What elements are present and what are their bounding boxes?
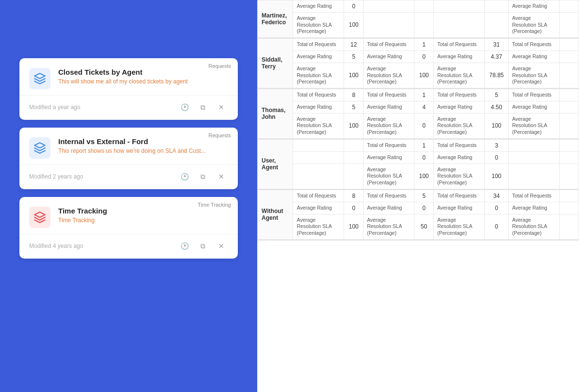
metric-label-3-1-1: Average Rating: [364, 151, 414, 163]
card-title-2: Internal vs External - Ford: [58, 137, 206, 146]
table-row: Average Rating0Average Rating0: [258, 151, 579, 163]
metric-value-2-3-0: [560, 89, 579, 101]
metric-label-2-1-1: Average Rating: [364, 101, 414, 113]
metric-label-4-3-2: Average Resolution SLA (Percentage): [509, 214, 560, 239]
card-title-1: Closed Tickets by Agent: [58, 68, 188, 76]
table-row: Average Resolution SLA (Percentage)100Av…: [258, 163, 579, 189]
metric-label-0-0-0: Average Rating: [293, 0, 344, 13]
metric-value-1-0-1: 5: [344, 50, 364, 63]
metric-value-2-2-2: 100: [484, 113, 508, 138]
metric-label-0-1-1: [364, 13, 414, 38]
close-button-2[interactable]: ✕: [215, 170, 228, 183]
right-panel[interactable]: Martinez, FedericoAverage Rating0Average…: [257, 0, 579, 392]
agent-name-1: Siddall, Terry: [258, 38, 293, 88]
metric-label-3-0-1: [293, 151, 344, 163]
card-description-1: This will show me all of my closed ticke…: [58, 78, 188, 85]
metric-value-0-0-0: 0: [344, 0, 364, 13]
close-button-3[interactable]: ✕: [215, 239, 228, 253]
metric-label-2-3-0: Total of Requests: [509, 89, 560, 101]
metric-label-0-2-1: [433, 13, 484, 38]
metric-label-4-3-1: Average Rating: [509, 202, 560, 214]
metric-value-3-2-2: 100: [484, 163, 508, 189]
metric-label-1-2-0: Total of Requests: [433, 38, 484, 50]
metric-label-4-1-2: Average Resolution SLA (Percentage): [364, 214, 414, 239]
metric-label-1-1-2: Average Resolution SLA (Percentage): [364, 63, 414, 88]
data-table: Martinez, FedericoAverage Rating0Average…: [257, 0, 579, 241]
table-row: User, AgentTotal of Requests1Total of Re…: [258, 139, 579, 151]
card-tag-1: Requests: [209, 63, 231, 69]
clock-button-1[interactable]: 🕐: [178, 100, 191, 114]
metric-value-1-0-2: 100: [344, 63, 364, 88]
metric-label-2-3-1: Average Rating: [509, 101, 560, 113]
metric-value-1-2-1: 4.37: [484, 50, 508, 63]
metric-label-3-1-2: Average Resolution SLA (Percentage): [364, 163, 414, 189]
metric-value-3-3-2: [560, 163, 579, 189]
metric-value-0-3-0: [560, 0, 579, 13]
table-row: Siddall, TerryTotal of Requests12Total o…: [258, 38, 579, 50]
card-icon-2: [29, 137, 50, 159]
metric-label-1-3-0: Total of Requests: [509, 38, 560, 50]
metric-value-3-3-1: [560, 151, 579, 163]
metric-label-3-0-0: [293, 139, 344, 151]
metric-value-3-0-1: [344, 151, 364, 163]
metric-value-4-1-2: 50: [414, 214, 434, 239]
metric-label-0-3-1: Average Resolution SLA (Percentage): [509, 13, 560, 38]
metric-label-0-1-0: [364, 0, 414, 13]
metric-label-1-2-2: Average Resolution SLA (Percentage): [433, 63, 484, 88]
card-icon-1: [29, 68, 50, 89]
metric-value-0-2-0: [484, 0, 508, 13]
metric-label-1-3-2: Average Resolution SLA (Percentage): [509, 63, 560, 88]
metric-value-4-1-1: 0: [414, 202, 434, 214]
metric-label-3-2-2: Average Resolution SLA (Percentage): [433, 163, 484, 189]
metric-label-0-3-0: Average Rating: [509, 0, 560, 13]
table-row: Average Rating5Average Rating4Average Ra…: [258, 101, 579, 113]
close-button-1[interactable]: ✕: [215, 100, 228, 114]
report-card-2[interactable]: Requests Internal vs External - Ford Thi…: [19, 128, 238, 189]
report-card-3[interactable]: Time Tracking Time Tracking Time Trackin…: [19, 197, 238, 259]
table-row: Average Resolution SLA (Percentage)100Av…: [258, 214, 579, 239]
metric-value-0-3-1: [560, 13, 579, 38]
metric-value-4-3-2: [560, 214, 579, 239]
metric-value-1-3-2: [560, 63, 579, 88]
metric-value-3-2-1: 0: [484, 151, 508, 163]
metric-value-1-0-0: 12: [344, 38, 364, 50]
card-modified-1: Modified a year ago: [29, 104, 80, 111]
metric-label-2-0-0: Total of Requests: [293, 89, 344, 101]
table-row: Thomas, JohnTotal of Requests8Total of R…: [258, 89, 579, 101]
metric-value-4-0-0: 8: [344, 190, 364, 202]
card-title-3: Time Tracking: [58, 207, 107, 215]
metric-value-4-2-1: 0: [484, 202, 508, 214]
metric-label-2-0-2: Average Resolution SLA (Percentage): [293, 113, 344, 138]
metric-value-3-1-0: 1: [414, 139, 434, 151]
card-icon-3: [29, 207, 50, 228]
metric-label-2-2-2: Average Resolution SLA (Percentage): [433, 113, 484, 138]
metric-value-1-1-2: 100: [414, 63, 434, 88]
metric-value-4-0-2: 100: [344, 214, 364, 239]
metric-value-1-1-0: 1: [414, 38, 434, 50]
clock-button-3[interactable]: 🕐: [178, 239, 191, 253]
metric-value-2-1-0: 1: [414, 89, 434, 101]
metric-value-2-0-2: 100: [344, 113, 364, 138]
metric-label-0-0-1: Average Resolution SLA (Percentage): [293, 13, 344, 38]
metric-value-0-0-1: 100: [344, 13, 364, 38]
metric-value-3-3-0: [560, 139, 579, 151]
agent-name-3: User, Agent: [258, 139, 293, 189]
table-row: Average Rating5Average Rating0Average Ra…: [258, 50, 579, 63]
agent-name-4: Without Agent: [258, 190, 293, 239]
copy-button-1[interactable]: ⧉: [196, 100, 210, 114]
metric-value-2-3-2: [560, 113, 579, 138]
metric-value-1-1-1: 0: [414, 50, 434, 63]
report-card-1[interactable]: Requests Closed Tickets by Agent This wi…: [19, 58, 238, 120]
metric-value-4-3-1: [560, 202, 579, 214]
copy-button-2[interactable]: ⧉: [196, 170, 210, 183]
table-row: Without AgentTotal of Requests8Total of …: [258, 190, 579, 202]
metric-label-4-1-0: Total of Requests: [364, 190, 414, 202]
metric-label-2-2-0: Total of Requests: [433, 89, 484, 101]
metric-label-2-1-2: Average Resolution SLA (Percentage): [364, 113, 414, 138]
metric-value-0-1-1: [414, 13, 434, 38]
table-row: Average Rating0Average Rating0Average Ra…: [258, 202, 579, 214]
copy-button-3[interactable]: ⧉: [196, 239, 210, 253]
table-row: Martinez, FedericoAverage Rating0Average…: [258, 0, 579, 13]
metric-value-3-0-2: [344, 163, 364, 189]
clock-button-2[interactable]: 🕐: [178, 170, 191, 183]
